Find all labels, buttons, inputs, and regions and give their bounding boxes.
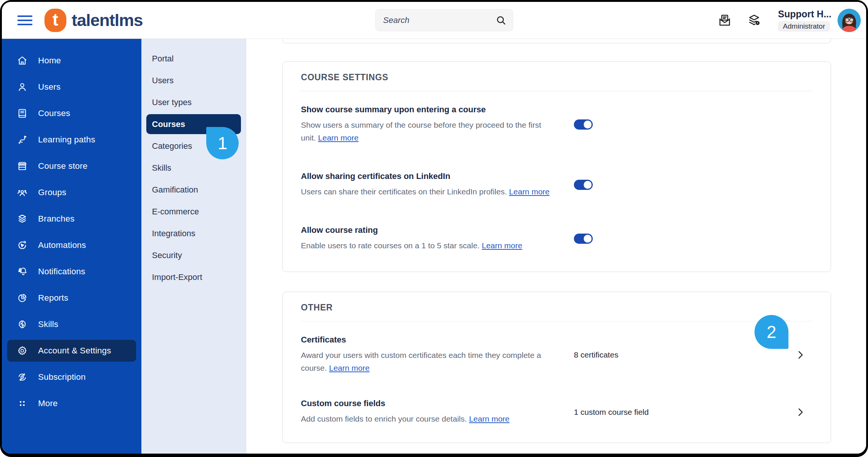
learn-more-link[interactable]: Learn more: [329, 364, 370, 372]
main-content: COURSE SETTINGS Show course summary upon…: [246, 39, 866, 454]
custom-course-fields-row[interactable]: Custom course fields Add custom fields t…: [301, 399, 813, 425]
sidebar-item-courses[interactable]: Courses: [2, 100, 141, 127]
sidebar-item-branches[interactable]: Branches: [2, 206, 141, 232]
avatar[interactable]: [837, 9, 861, 32]
sidebar-item-subscription[interactable]: $ Subscription: [2, 364, 141, 390]
path-flag-icon: [17, 134, 28, 145]
pie-chart-icon: [17, 292, 28, 304]
subnav-item-ecommerce[interactable]: E-commerce: [141, 201, 246, 223]
layers-icon: [17, 213, 28, 225]
divider: [301, 321, 813, 321]
step-1-pin: 1: [206, 127, 239, 159]
setting-description: Add custom fields to enrich your course …: [301, 413, 550, 425]
course-settings-card: COURSE SETTINGS Show course summary upon…: [282, 61, 831, 272]
app-logo[interactable]: t talentlms: [44, 9, 143, 32]
course-rating-toggle[interactable]: [574, 234, 593, 244]
setting-title: Allow course rating: [301, 225, 550, 235]
learn-more-link[interactable]: Learn more: [482, 241, 522, 250]
step-2-pin: 2: [755, 315, 788, 349]
learn-more-link[interactable]: Learn more: [318, 133, 359, 142]
sidebar-item-home[interactable]: Home: [2, 47, 141, 74]
sidebar-item-automations[interactable]: Automations: [2, 232, 141, 258]
subnav-item-portal[interactable]: Portal: [141, 48, 246, 70]
sidebar-item-groups[interactable]: Groups: [2, 179, 141, 206]
logo-mark-icon: t: [44, 9, 66, 32]
search-icon[interactable]: [495, 15, 507, 26]
custom-course-fields-count: 1 custom course field: [574, 408, 785, 417]
setting-title: Show course summary upon entering a cour…: [301, 105, 550, 115]
subnav-item-users[interactable]: Users: [141, 70, 246, 92]
course-settings-header: COURSE SETTINGS: [301, 72, 813, 83]
setting-row-linkedin-certificates: Allow sharing certificates on LinkedIn U…: [301, 171, 813, 198]
toggle-knob: [584, 235, 592, 243]
setting-description: Enable users to rate courses on a 1 to 5…: [301, 239, 550, 252]
app-window: t talentlms: [2, 2, 866, 454]
sidebar-item-users[interactable]: Users: [2, 74, 141, 100]
other-card: OTHER Certificates Award your users with…: [282, 292, 831, 443]
logo-wordmark: talentlms: [72, 11, 143, 30]
toggle-knob: [584, 181, 592, 189]
sidebar-item-skills[interactable]: Skills: [2, 311, 141, 338]
automation-arrow-icon: [17, 240, 28, 251]
setting-row-course-summary: Show course summary upon entering a cour…: [301, 105, 813, 144]
svg-text:$: $: [21, 376, 23, 378]
storefront-icon: [17, 160, 28, 172]
linkedin-sharing-toggle[interactable]: [574, 180, 593, 190]
subnav-item-skills[interactable]: Skills: [141, 157, 246, 179]
user-block[interactable]: Support H... Administrator: [778, 9, 831, 32]
certificates-count: 8 certificates: [574, 350, 785, 359]
home-icon: [17, 55, 28, 66]
setting-title: Certificates: [301, 335, 550, 345]
bells-icon: [17, 266, 28, 277]
people-group-icon: [17, 187, 28, 198]
setting-description: Show users a summary of the course befor…: [301, 119, 550, 144]
brain-icon: [17, 319, 28, 330]
sidebar-item-reports[interactable]: Reports: [2, 285, 141, 311]
setting-title: Allow sharing certificates on LinkedIn: [301, 171, 550, 181]
book-icon: [17, 108, 28, 119]
primary-sidebar: Home Users Courses: [2, 39, 141, 454]
user-name: Support H...: [778, 9, 831, 20]
gear-icon: [17, 345, 28, 356]
divider: [301, 91, 813, 91]
sidebar-item-more[interactable]: More: [2, 390, 141, 417]
sidebar-item-notifications[interactable]: Notifications: [2, 258, 141, 285]
refresh-dollar-icon: $: [17, 371, 28, 383]
setting-row-course-rating: Allow course rating Enable users to rate…: [301, 225, 813, 252]
user-role-badge: Administrator: [778, 21, 830, 32]
hamburger-menu-icon[interactable]: [17, 15, 32, 25]
sidebar-item-learning-paths[interactable]: Learning paths: [2, 127, 141, 153]
search-bar[interactable]: [375, 9, 513, 31]
subnav-item-integrations[interactable]: Integrations: [141, 223, 246, 245]
previous-card-remnant: [282, 39, 831, 43]
subnav-item-user-types[interactable]: User types: [141, 92, 246, 113]
logo-letter: t: [52, 9, 58, 30]
screenshot-frame: t talentlms: [0, 0, 868, 457]
toggle-knob: [584, 121, 592, 128]
subscription-plans-icon[interactable]: [747, 13, 761, 28]
setting-title: Custom course fields: [301, 399, 550, 408]
sidebar-item-account-settings[interactable]: Account & Settings: [7, 340, 136, 362]
topbar: t talentlms: [2, 2, 866, 39]
settings-subnav: Portal Users User types Courses Categori…: [141, 39, 246, 454]
learn-more-link[interactable]: Learn more: [509, 187, 549, 196]
other-header: OTHER: [301, 303, 813, 313]
user-icon: [17, 81, 28, 93]
chevron-right-icon[interactable]: [794, 349, 806, 361]
course-summary-toggle[interactable]: [574, 119, 593, 130]
topbar-right: Support H... Administrator: [718, 9, 866, 32]
certificates-row[interactable]: Certificates Award your users with custo…: [301, 335, 813, 374]
learn-more-link[interactable]: Learn more: [469, 414, 509, 423]
setting-description: Users can share their certificates on th…: [301, 185, 550, 198]
sidebar-item-course-store[interactable]: Course store: [2, 153, 141, 179]
subnav-item-gamification[interactable]: Gamification: [141, 179, 246, 201]
search-input[interactable]: [383, 15, 495, 25]
page-body: Home Users Courses: [2, 39, 866, 454]
setting-description: Award your users with custom certificate…: [301, 349, 550, 374]
chevron-right-icon[interactable]: [794, 407, 806, 418]
four-dots-icon: [17, 398, 28, 409]
message-icon[interactable]: [718, 13, 732, 28]
subnav-item-security[interactable]: Security: [141, 245, 246, 266]
subnav-item-import-export[interactable]: Import-Export: [141, 266, 246, 288]
